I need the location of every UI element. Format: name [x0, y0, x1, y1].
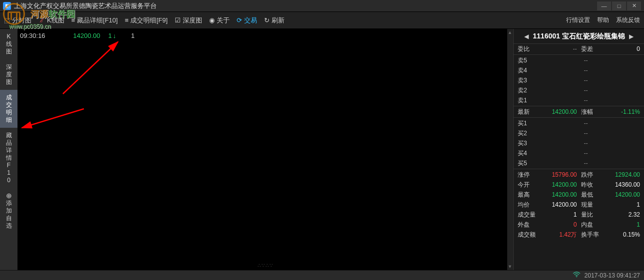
bid-5: 买5--: [514, 158, 644, 168]
link-help[interactable]: 帮助: [597, 16, 609, 24]
tb-depth[interactable]: 深度图: [175, 16, 202, 25]
tb-trade[interactable]: 交易: [237, 16, 257, 25]
vertical-scrollbar[interactable]: [507, 29, 513, 270]
stat-row-6: 成交额1.42万换手率0.15%: [514, 230, 644, 240]
bid-1: 买1--: [514, 118, 644, 128]
wifi-icon: [573, 272, 581, 279]
stat-row-1: 今开14200.00昨收14360.00: [514, 180, 644, 190]
annotation-arrow-1: [48, 39, 128, 100]
ask-3: 卖3--: [514, 75, 644, 85]
sb-item-detail[interactable]: 藏品详情F10: [0, 128, 17, 188]
close-button[interactable]: ✕: [627, 1, 641, 10]
next-item-button[interactable]: ▶: [629, 33, 634, 40]
list-icon: [71, 16, 75, 24]
row-weibi: 委比-- 委差0: [514, 44, 644, 54]
status-datetime: 2017-03-13 09:41:27: [585, 272, 640, 279]
tb-kline[interactable]: K线图: [38, 16, 64, 25]
statusbar: 2017-03-13 09:41:27: [0, 270, 644, 280]
ask-2: 卖2--: [514, 85, 644, 95]
tb-item-detail[interactable]: 藏品详细[F10]: [71, 16, 118, 25]
link-feedback[interactable]: 系统反馈: [616, 16, 640, 24]
maximize-button[interactable]: □: [612, 1, 626, 10]
trade-row: 09:30:16 14200.00 1↓ 1: [20, 32, 135, 39]
stat-row-5: 外盘0内盘1: [514, 220, 644, 230]
svg-line-0: [63, 42, 118, 94]
app-logo-icon: ◧: [3, 2, 11, 10]
drag-handle[interactable]: ∴∵∴∵: [258, 263, 274, 268]
sb-depth[interactable]: 深度图: [0, 59, 17, 90]
tb-trade-detail[interactable]: 成交明细[F9]: [125, 16, 168, 25]
svg-line-1: [22, 109, 84, 128]
refresh-icon: [264, 16, 270, 24]
ask-4: 卖4--: [514, 65, 644, 75]
trade-price: 14200.00: [73, 32, 100, 39]
sb-kline[interactable]: K线图: [0, 29, 17, 59]
bid-2: 买2--: [514, 128, 644, 138]
bid-3: 买3--: [514, 138, 644, 148]
window-title: 上海文化产权交易所景德陶瓷艺术品运营服务平台: [14, 1, 597, 10]
tb-time-chart[interactable]: 分时图: [4, 16, 31, 25]
stat-row-4: 成交量1量比2.32: [514, 210, 644, 220]
quote-panel: ◀ 1116001 宝石红瓷彩绘瓶集锦 ▶ 委比-- 委差0 卖5-- 卖4--…: [513, 29, 644, 270]
sb-trade-detail[interactable]: 成交明细: [0, 90, 17, 128]
trade-count: 1: [131, 32, 135, 39]
tb-about[interactable]: 关于: [209, 16, 230, 25]
depth-icon: [175, 16, 181, 24]
stat-row-2: 最高14200.00最低14200.00: [514, 190, 644, 200]
content-area: 09:30:16 14200.00 1↓ 1 ∴∵∴∵: [18, 29, 513, 270]
down-arrow-icon: ↓: [113, 32, 116, 39]
stat-row-3: 均价14200.00现量1: [514, 200, 644, 210]
trade-icon: [237, 16, 242, 24]
trade-volume: 1↓: [108, 32, 116, 39]
ask-1: 卖1--: [514, 95, 644, 105]
about-icon: [209, 16, 215, 24]
quote-header: ◀ 1116001 宝石红瓷彩绘瓶集锦 ▶: [514, 29, 644, 44]
bid-4: 买4--: [514, 148, 644, 158]
kline-icon: [38, 16, 45, 24]
titlebar: ◧ 上海文化产权交易所景德陶瓷艺术品运营服务平台 — □ ✕: [0, 0, 644, 12]
annotation-arrow-2: [19, 104, 89, 145]
trade-time: 09:30:16: [20, 32, 45, 39]
svg-point-2: [576, 277, 577, 278]
link-quote-settings[interactable]: 行情设置: [566, 16, 590, 24]
row-latest: 最新14200.00 涨幅-1.11%: [514, 107, 644, 117]
plus-icon: ⊕: [6, 192, 12, 200]
list-icon: [125, 16, 129, 24]
ask-5: 卖5--: [514, 55, 644, 65]
toolbar: 分时图 K线图 藏品详细[F10] 成交明细[F9] 深度图 关于 交易 刷新 …: [0, 12, 644, 29]
quote-title: 1116001 宝石红瓷彩绘瓶集锦: [533, 32, 625, 41]
sidebar: K线图 深度图 成交明细 藏品详情F10 ⊕添加自选: [0, 29, 18, 270]
chart-icon: [4, 16, 10, 24]
minimize-button[interactable]: —: [597, 1, 611, 10]
prev-item-button[interactable]: ◀: [524, 33, 529, 40]
tb-refresh[interactable]: 刷新: [264, 16, 285, 25]
stat-row-0: 涨停15796.00跌停12924.00: [514, 170, 644, 180]
sb-add-fav[interactable]: ⊕添加自选: [0, 188, 17, 234]
